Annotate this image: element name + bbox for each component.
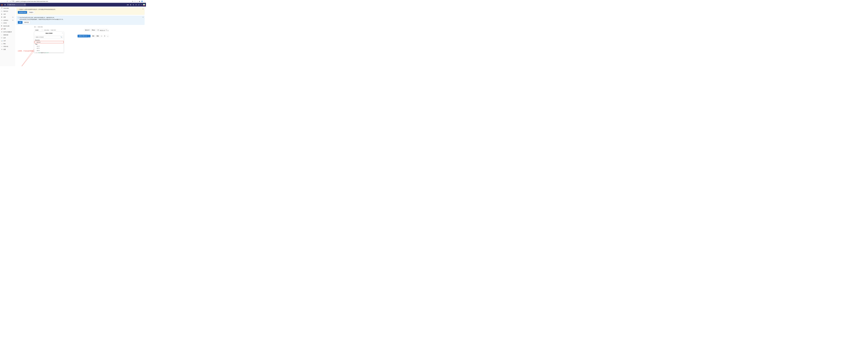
sidebar-item-label: 安全与合规 bbox=[3, 25, 9, 27]
delete-button[interactable]: 删除 bbox=[96, 35, 100, 37]
kebab-icon[interactable]: ⋮ bbox=[144, 1, 145, 2]
close-icon[interactable]: × bbox=[143, 17, 144, 18]
sidebar-item-label: 部署 bbox=[3, 28, 6, 30]
profile-icon[interactable]: 👤 bbox=[141, 1, 143, 2]
replace-button[interactable]: 替换 bbox=[91, 35, 95, 37]
user-avatar[interactable] bbox=[143, 4, 145, 6]
sidebar-item-info[interactable]: ⓘ项目信息 bbox=[0, 10, 15, 13]
commit-sha[interactable]: 99222c13 bbox=[99, 29, 106, 32]
gitlab-logo-icon[interactable] bbox=[1, 4, 3, 6]
open-web-ide-button[interactable]: 在Web IDE中打开 bbox=[78, 35, 88, 37]
monitor-icon: 🖵 bbox=[1, 37, 2, 39]
rocket-icon: 🚀 bbox=[1, 28, 2, 30]
settings-button[interactable]: 设置 bbox=[18, 21, 23, 24]
branch-item-master[interactable]: ✓master bbox=[34, 41, 64, 43]
crumb-project[interactable]: meta-data bbox=[38, 26, 43, 28]
gitlab-search[interactable]: 🔍 / bbox=[7, 3, 26, 6]
panel-icon[interactable]: ▣ bbox=[139, 1, 140, 2]
back-icon[interactable]: ← bbox=[1, 0, 3, 2]
path-file[interactable]: index.html bbox=[51, 29, 56, 31]
branch-dropdown: 切换分支/标签 × 🔍 Branches ✓master Tags v1.0 v… bbox=[34, 32, 64, 53]
share-icon[interactable]: ⇪ bbox=[134, 1, 135, 2]
file-actions: 在Web IDE中打开 ▾ 替换 删除 ⧉ 🗎 ⭳ bbox=[78, 35, 109, 37]
browser-actions: ⊕ ⇪ ☆ ▣ 👤 ⋮ bbox=[132, 1, 145, 2]
download-icon[interactable]: ⭳ bbox=[106, 35, 109, 37]
crumb-dev[interactable]: dev bbox=[34, 26, 36, 28]
tag-item[interactable]: v2.0 bbox=[34, 47, 64, 50]
todo-icon[interactable]: ☑ bbox=[135, 4, 136, 5]
project-chip[interactable]: M meta-data bbox=[0, 7, 15, 10]
sidebar-item-packages[interactable]: ⊞软件包与镜像库 bbox=[0, 30, 15, 33]
chart-icon: 📊 bbox=[1, 40, 2, 42]
sidebar-item-analytics[interactable]: 📊分析 bbox=[0, 39, 15, 42]
sidebar-item-deploy[interactable]: 🚀部署 bbox=[0, 28, 15, 30]
badge: 0 bbox=[12, 17, 13, 18]
help-icon[interactable]: ? bbox=[141, 4, 142, 5]
branches-label: Branches bbox=[34, 39, 64, 41]
forward-icon[interactable]: → bbox=[4, 0, 6, 2]
copy-contents-icon[interactable]: ⧉ bbox=[100, 35, 103, 37]
sidebar-item-infra[interactable]: ⌂基础设施 bbox=[0, 33, 15, 36]
sidebar-item-label: 软件包与镜像库 bbox=[3, 31, 12, 33]
path-folder[interactable]: meta-data bbox=[44, 29, 49, 31]
add-ssh-button[interactable]: 添加SSH密钥 bbox=[18, 11, 27, 13]
star-icon[interactable]: ☆ bbox=[136, 1, 138, 2]
sidebar-item-snippets[interactable]: ✂代码片段 bbox=[0, 45, 15, 48]
sidebar-item-label: 仓库 bbox=[3, 13, 6, 15]
alert-text: 在您的个人资料中添加SSH密钥之前，您不能通过SSH来拉取或推送仓库。 bbox=[19, 9, 56, 10]
sidebar-item-mr[interactable]: ⇅合并请求0 bbox=[0, 19, 15, 22]
sidebar-item-label: 设置 bbox=[3, 49, 6, 50]
find-file-button[interactable]: 查找文件 bbox=[84, 29, 91, 31]
search-icon: 🔍 bbox=[61, 36, 62, 38]
tag-item[interactable]: v3.0 bbox=[34, 50, 64, 52]
badge: 0 bbox=[12, 20, 13, 21]
sidebar-item-label: 分析 bbox=[3, 40, 6, 42]
more-info-button[interactable]: 更多信息 bbox=[23, 21, 30, 24]
dismiss-button[interactable]: 不再显示 bbox=[28, 11, 35, 13]
issues-icon[interactable]: 🗎 bbox=[130, 4, 131, 5]
snippet-icon: ✂ bbox=[1, 46, 2, 47]
issues-icon: ⦿ bbox=[1, 17, 2, 18]
search-icon: 🔍 bbox=[7, 4, 9, 5]
url-text: gitlab11.yinzhengjie.com/dev/meta-data/-… bbox=[16, 1, 48, 2]
branch-button[interactable]: master bbox=[34, 29, 43, 31]
warning-icon: ⚠ bbox=[18, 9, 19, 10]
sidebar-item-security[interactable]: ⛨安全与合规 bbox=[0, 24, 15, 27]
check-icon: ✓ bbox=[35, 41, 36, 42]
sidebar-item-settings[interactable]: ⚙设置 bbox=[0, 48, 15, 51]
search-kbd: / bbox=[24, 4, 26, 5]
alert-text: 此GitLab实例上尚未启用容器镜像库。请通知管理员启用以便Auto DevOp… bbox=[20, 19, 64, 20]
sidebar-item-label: 代码片段 bbox=[3, 46, 8, 47]
url-field[interactable]: ⚠ 不安全 | gitlab11.yinzhengjie.com/dev/met… bbox=[9, 0, 131, 2]
sidebar-item-label: 议题 bbox=[3, 17, 6, 18]
merge-requests-icon[interactable]: ⇅ bbox=[133, 4, 134, 5]
ide-dropdown-icon[interactable]: ▾ bbox=[89, 35, 91, 37]
whats-new-icon[interactable]: ⊙ bbox=[138, 4, 140, 5]
project-name: meta-data bbox=[3, 7, 9, 9]
sidebar-item-cicd[interactable]: ↻CI/CD bbox=[0, 22, 15, 25]
plus-icon[interactable]: ⊞▾ bbox=[127, 4, 129, 5]
sidebar-item-label: 项目信息 bbox=[3, 10, 8, 12]
gitlab-search-input[interactable] bbox=[7, 4, 24, 5]
project-letter: M bbox=[1, 7, 2, 9]
sidebar: M meta-data ⓘ项目信息 🗎仓库 ⦿议题0 ⇅合并请求0 ↻CI/CD… bbox=[0, 7, 15, 66]
sidebar-item-issues[interactable]: ⦿议题0 bbox=[0, 16, 15, 19]
hamburger-icon[interactable]: ☰ bbox=[4, 4, 6, 6]
sidebar-item-repo[interactable]: 🗎仓库 bbox=[0, 13, 15, 16]
close-icon[interactable]: × bbox=[143, 8, 144, 10]
branch-selector[interactable]: master 切换分支/标签 × 🔍 Branches ✓master Tags bbox=[34, 29, 43, 31]
reload-icon[interactable]: ⟳ bbox=[6, 0, 8, 2]
branch-search-input[interactable] bbox=[35, 36, 63, 38]
sidebar-item-monitor[interactable]: 🖵监控 bbox=[0, 36, 15, 39]
mr-icon: ⇅ bbox=[1, 20, 2, 21]
cicd-icon: ↻ bbox=[1, 23, 2, 24]
zoom-icon[interactable]: ⊕ bbox=[132, 1, 133, 2]
close-icon[interactable]: × bbox=[62, 33, 63, 34]
tag-item[interactable]: v1.0 bbox=[34, 45, 64, 47]
raw-icon[interactable]: 🗎 bbox=[103, 35, 106, 37]
sidebar-item-wiki[interactable]: ▭Wiki bbox=[0, 42, 15, 45]
blame-button[interactable]: Blame bbox=[91, 29, 96, 31]
infra-icon: ⌂ bbox=[1, 34, 2, 35]
repo-icon: 🗎 bbox=[1, 13, 2, 15]
copy-icon[interactable]: ⧉ bbox=[106, 29, 109, 32]
